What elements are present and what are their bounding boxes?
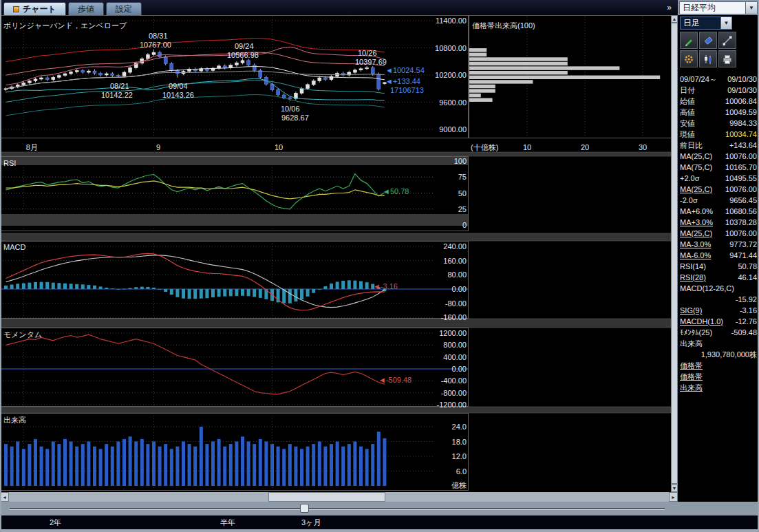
tab-chart-label: チャート [23, 3, 56, 15]
macd-histogram [4, 280, 386, 303]
svg-text:-160.00: -160.00 [441, 313, 467, 321]
sidebar-row-value: 1,930,780,000株 [701, 349, 757, 360]
sidebar-row-value: -12.76 [736, 316, 757, 327]
period-slider-bar [0, 502, 759, 515]
rsi-lines [6, 174, 385, 209]
scroll-right-arrow-icon[interactable]: ► [669, 492, 678, 502]
tab-overflow-button[interactable]: » [667, 3, 672, 12]
sidebar-data-row[interactable]: MACDH(1.0)-12.76 [678, 316, 759, 327]
sidebar-data-row: 日付09/10/30 [678, 85, 759, 96]
symbol-value[interactable]: 日経平均 [679, 1, 746, 14]
settings-button[interactable] [680, 50, 698, 67]
sidebar-row-label[interactable]: MA(25,C) [680, 184, 712, 195]
sidebar-row-label[interactable]: 価格帯 [680, 360, 703, 371]
scroll-up-arrow-icon[interactable]: ▲ [671, 15, 678, 23]
quote-sidebar: 日足 ▼ 09/07/24～09/10/30日付09/10/30始値100 [678, 15, 759, 502]
sidebar-row-label[interactable]: 出来高 [680, 382, 703, 393]
sidebar-data-row: 高値10049.59 [678, 107, 759, 118]
svg-text:0.00: 0.00 [452, 365, 467, 373]
sidebar-row-label[interactable]: 価格帯 [680, 371, 703, 382]
period-slider-track[interactable] [10, 508, 665, 510]
sidebar-row-label[interactable]: RSI(28) [680, 272, 706, 283]
tab-settings[interactable]: 設定 [106, 2, 142, 15]
eraser-button[interactable] [699, 32, 717, 49]
sidebar-row-value: 10495.55 [725, 173, 757, 184]
sidebar-data-row[interactable]: MA(25,C)10076.00 [678, 184, 759, 195]
draw-pencil-button[interactable] [680, 32, 698, 49]
tab-chart[interactable]: チャート [3, 2, 66, 15]
svg-text:-400.00: -400.00 [441, 376, 467, 385]
svg-text:11400.00: 11400.00 [436, 17, 467, 25]
sidebar-data-row[interactable]: RSI(28)46.14 [678, 272, 759, 283]
svg-text:10200.00: 10200.00 [435, 71, 467, 79]
sidebar-data-row[interactable]: MA(25,C)10076.00 [678, 228, 759, 239]
svg-text:0.00: 0.00 [452, 285, 467, 293]
svg-text:0: 0 [462, 221, 467, 229]
sidebar-data-row: -15.92 [678, 294, 759, 305]
chart-tab-icon [13, 6, 19, 12]
period-slider-thumb[interactable] [300, 504, 309, 513]
sidebar-data-row[interactable]: 価格帯 [678, 360, 759, 371]
sidebar-row-value: +143.64 [729, 140, 757, 151]
sidebar-data-row[interactable]: MA-6.0%9471.44 [678, 250, 759, 261]
sidebar-row-label: 前日比 [680, 140, 703, 151]
scroll-down-arrow-icon[interactable]: ▼ [671, 485, 678, 492]
chevron-down-icon[interactable]: ▼ [746, 1, 758, 14]
sidebar-data-row[interactable]: MA-3.0%9773.72 [678, 239, 759, 250]
svg-text:30: 30 [639, 143, 647, 151]
svg-text:10: 10 [275, 143, 283, 151]
svg-text:10: 10 [523, 143, 531, 151]
svg-text:240.00: 240.00 [443, 242, 467, 251]
gear-icon [683, 54, 694, 65]
svg-text:8月: 8月 [26, 143, 38, 151]
svg-text:18.0: 18.0 [452, 438, 467, 446]
volume-bars [4, 427, 386, 486]
period-label-2year[interactable]: 2年 [50, 518, 61, 528]
svg-text:50: 50 [458, 189, 467, 198]
sidebar-data-row: MA(25,C)10076.00 [678, 151, 759, 162]
sidebar-row-label[interactable]: MA-3.0% [680, 239, 711, 250]
sidebar-row-label: MA+6.0% [680, 206, 713, 217]
sidebar-row-label[interactable]: MACDH(1.0) [680, 316, 723, 327]
sidebar-data-row: +2.0σ10495.55 [678, 173, 759, 184]
chart-type-button[interactable] [699, 50, 717, 67]
trendline-button[interactable] [718, 32, 736, 49]
print-button[interactable] [718, 50, 736, 67]
sidebar-data-row[interactable]: SIG(9)-3.16 [678, 305, 759, 316]
chevron-down-icon[interactable]: ▼ [721, 17, 732, 30]
tab-tick-price[interactable]: 歩値 [68, 2, 104, 15]
sidebar-row-label: RSI(14) [680, 261, 706, 272]
chart-horizontal-scrollbar[interactable]: ◄ ► [0, 492, 678, 502]
chart-application-window: チャート 歩値 設定 » 日経平均 ▼ 11400.0010800.001020… [0, 0, 759, 532]
sidebar-data-row[interactable]: 価格帯 [678, 371, 759, 382]
candlestick-icon [703, 54, 714, 65]
eraser-icon [703, 35, 714, 46]
svg-text:(十億株): (十億株) [471, 143, 498, 151]
candles [4, 50, 386, 101]
chart-vertical-scrollbar[interactable]: ▲ ▼ [671, 15, 678, 492]
chart-region[interactable]: 11400.0010800.0010200.009600.009000.0010… [0, 15, 671, 492]
timeframe-selector[interactable]: 日足 ▼ [680, 17, 732, 30]
sidebar-row-label[interactable]: MA+3.0% [680, 217, 713, 228]
timeframe-value[interactable]: 日足 [680, 17, 721, 30]
svg-text:800.00: 800.00 [443, 341, 467, 349]
sidebar-row-value: 09/10/30 [727, 74, 757, 85]
sidebar-row-value: 10680.56 [725, 206, 757, 217]
svg-text:-80.00: -80.00 [445, 299, 467, 308]
sidebar-row-label[interactable]: MA-6.0% [680, 250, 711, 261]
sidebar-row-label[interactable]: MA(25,C) [680, 228, 712, 239]
sidebar-data-row[interactable]: MA+3.0%10378.28 [678, 217, 759, 228]
horizontal-scroll-thumb[interactable] [268, 492, 385, 502]
tab-tick-price-label: 歩値 [78, 3, 94, 15]
svg-text:160.00: 160.00 [443, 257, 467, 265]
period-label-halfyear[interactable]: 半年 [220, 518, 235, 528]
period-label-3month[interactable]: 3ヶ月 [301, 518, 321, 528]
sidebar-data-row: MACD(12-26,C) [678, 283, 759, 294]
sidebar-row-label[interactable]: SIG(9) [680, 305, 702, 316]
sidebar-row-value: -509.48 [731, 327, 757, 338]
sidebar-row-label: 現値 [680, 129, 695, 140]
sidebar-data-row[interactable]: 出来高 [678, 382, 759, 393]
sidebar-row-label: 安値 [680, 118, 695, 129]
symbol-selector[interactable]: 日経平均 ▼ [678, 0, 759, 15]
vertical-scroll-thumb[interactable] [671, 23, 678, 484]
